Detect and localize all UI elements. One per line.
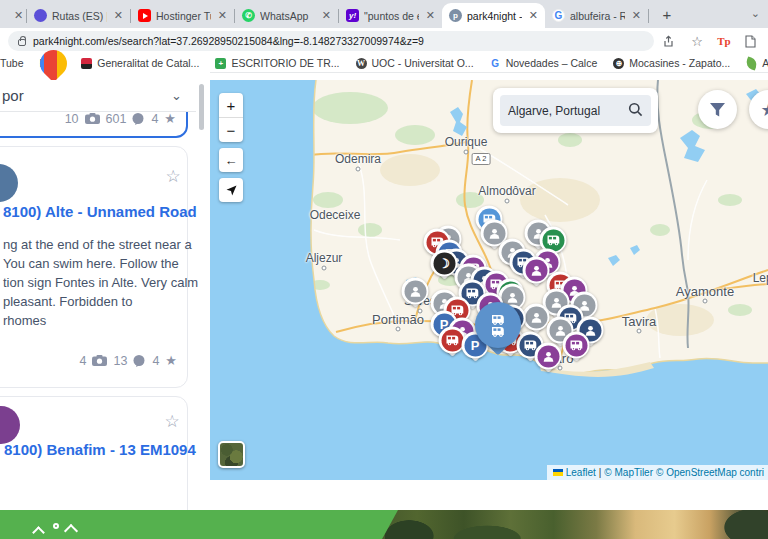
tab-icon-google: G <box>552 9 565 22</box>
bookmark-label: Novedades – Calce <box>506 57 598 69</box>
tab-close-icon[interactable]: ✕ <box>424 9 435 22</box>
address-bar[interactable]: park4night.com/es/search?lat=37.26928950… <box>8 31 654 51</box>
browser-tab[interactable]: ppark4night - L✕ <box>442 3 545 28</box>
bookmark-item[interactable]: ⊕Mocasines - Zapato... <box>613 57 730 69</box>
browser-tab[interactable]: Galbufeira - Rec✕ <box>545 3 648 28</box>
result-card-benafim[interactable]: ☆ 8100) Benafim - 13 EM1094 <box>0 396 188 510</box>
ukraine-flag-icon <box>553 469 563 476</box>
locate-button[interactable] <box>219 178 243 202</box>
footer-green-panel <box>0 510 398 539</box>
bookmark-item[interactable]: +ESCRITORIO DE TR... <box>215 57 339 69</box>
bookmark-item[interactable]: WUOC - Universitat O... <box>356 57 474 69</box>
reading-list-icon[interactable] <box>742 33 758 49</box>
result-card-alte[interactable]: ☆ 8100) Alte - Unnamed Road ng at the en… <box>0 146 188 388</box>
result-title-link[interactable]: 8100) Alte - Unnamed Road <box>3 203 197 220</box>
avatar <box>0 164 18 202</box>
extension-tp-icon[interactable]: Tp <box>716 33 732 49</box>
city-dot <box>637 329 642 334</box>
bookmark-label: UOC - Universitat O... <box>372 57 474 69</box>
browser-tab[interactable]: Rutas (ES) | Ho✕ <box>27 3 130 28</box>
lock-icon <box>18 39 26 46</box>
zoom-control: + − <box>219 93 243 142</box>
bookmark-label: Tube <box>0 57 24 69</box>
tab-close-icon[interactable]: ✕ <box>216 9 227 22</box>
tab-close-icon[interactable]: ✕ <box>527 9 538 22</box>
sort-dropdown[interactable]: por ⌄ <box>0 80 196 112</box>
browser-tab[interactable]: ✕ <box>0 3 26 28</box>
bookmark-item[interactable]: Generalitat de Catal... <box>81 57 199 69</box>
comment-icon <box>132 113 145 125</box>
search-icon[interactable] <box>628 102 643 120</box>
footer-banner <box>0 510 768 539</box>
map-marker-purple[interactable] <box>535 343 562 370</box>
map-canvas[interactable]: OdemiraOuriqueAlmodôvarOdeceixeAljezurSi… <box>210 80 768 480</box>
map-marker-gray[interactable] <box>402 278 429 305</box>
tab-label: park4night - L <box>467 10 522 22</box>
bookmark-item[interactable]: Alpargatas de muje... <box>746 57 768 69</box>
browser-tab[interactable]: ✆WhatsApp✕ <box>235 3 338 28</box>
sort-label: por <box>0 87 24 104</box>
favorite-star-icon[interactable]: ☆ <box>163 413 181 431</box>
browser-tab[interactable]: Hostinger Tuto✕ <box>131 3 234 28</box>
share-icon[interactable] <box>660 33 676 49</box>
browser-tab-strip: ✕Rutas (ES) | Ho✕Hostinger Tuto✕✆WhatsAp… <box>0 0 768 28</box>
tab-close-icon[interactable]: ✕ <box>112 9 123 22</box>
back-button[interactable]: ← <box>219 148 243 172</box>
bookmark-label: Alpargatas de muje... <box>762 57 768 69</box>
new-tab-button[interactable]: + <box>655 2 679 26</box>
map-marker-black[interactable]: ☽ <box>431 250 458 277</box>
zoom-out-button[interactable]: − <box>219 118 243 142</box>
bookmark-item[interactable]: Maps <box>40 57 66 69</box>
bookmark-star-icon[interactable]: ☆ <box>689 33 705 49</box>
result-title-link[interactable]: 8100) Benafim - 13 EM1094 <box>4 441 196 458</box>
globe-icon: ⊕ <box>613 58 624 69</box>
leaflet-link[interactable]: Leaflet <box>566 467 596 478</box>
comment-count: 601 <box>106 112 127 126</box>
tab-label: albufeira - Rec <box>570 10 625 22</box>
browser-tab[interactable]: y!"puntos de est✕ <box>339 3 442 28</box>
map-label: Almodôvar <box>478 184 535 198</box>
bookmark-item[interactable]: Tube <box>0 57 24 69</box>
favorite-star-icon[interactable]: ☆ <box>164 168 182 186</box>
tab-search-chevron-icon[interactable]: ⌄ <box>751 7 760 20</box>
tab-label: Hostinger Tuto <box>156 10 211 22</box>
map-marker-purple[interactable] <box>523 257 550 284</box>
tab-label: Rutas (ES) | Ho <box>52 10 107 22</box>
photo-count: 4 <box>80 354 87 368</box>
tab-icon-youtube <box>138 9 151 22</box>
zoom-in-button[interactable]: + <box>219 93 243 117</box>
city-dot <box>322 266 327 271</box>
result-description: ng at the end of the street near a You c… <box>3 235 198 330</box>
selected-cluster-marker[interactable] <box>475 302 521 348</box>
tab-icon-rutas <box>34 9 47 22</box>
tab-close-icon[interactable]: ✕ <box>12 9 23 22</box>
city-dot <box>505 199 510 204</box>
osm-link[interactable]: © OpenStreetMap contri <box>656 467 764 478</box>
map-layer-toggle[interactable] <box>218 441 245 468</box>
map-marker-gray[interactable] <box>523 304 550 331</box>
avatar <box>0 406 20 444</box>
star-icon: ★ <box>165 353 177 368</box>
star-icon: ★ <box>760 99 768 121</box>
map-label: Aljezur <box>306 251 343 265</box>
maptiler-link[interactable]: © MapTiler <box>604 467 653 478</box>
browser-toolbar: park4night.com/es/search?lat=37.26928950… <box>0 28 768 54</box>
map-label: Odemira <box>335 152 381 166</box>
tab-icon-whatsapp: ✆ <box>242 9 255 22</box>
filter-button[interactable] <box>698 90 737 129</box>
bookmark-label: Generalitat de Catal... <box>97 57 199 69</box>
map-marker-purple[interactable] <box>563 332 590 359</box>
bookmark-label: Mocasines - Zapato... <box>629 57 730 69</box>
tab-close-icon[interactable]: ✕ <box>630 9 641 22</box>
map-search-box: Algarve, Portugal <box>493 88 658 133</box>
sidebar-scrollbar[interactable] <box>199 84 204 130</box>
g-icon: G <box>490 58 501 69</box>
chevron-down-icon: ⌄ <box>171 88 182 103</box>
bookmarks-bar: TubeMapsGeneralitat de Catal...+ESCRITOR… <box>0 54 768 73</box>
bookmark-item[interactable]: GNovedades – Calce <box>490 57 598 69</box>
tab-close-icon[interactable]: ✕ <box>320 9 331 22</box>
map-label: Portimão <box>372 312 424 327</box>
comment-count: 13 <box>113 354 127 368</box>
city-dot <box>396 327 401 332</box>
search-input[interactable]: Algarve, Portugal <box>500 95 651 126</box>
